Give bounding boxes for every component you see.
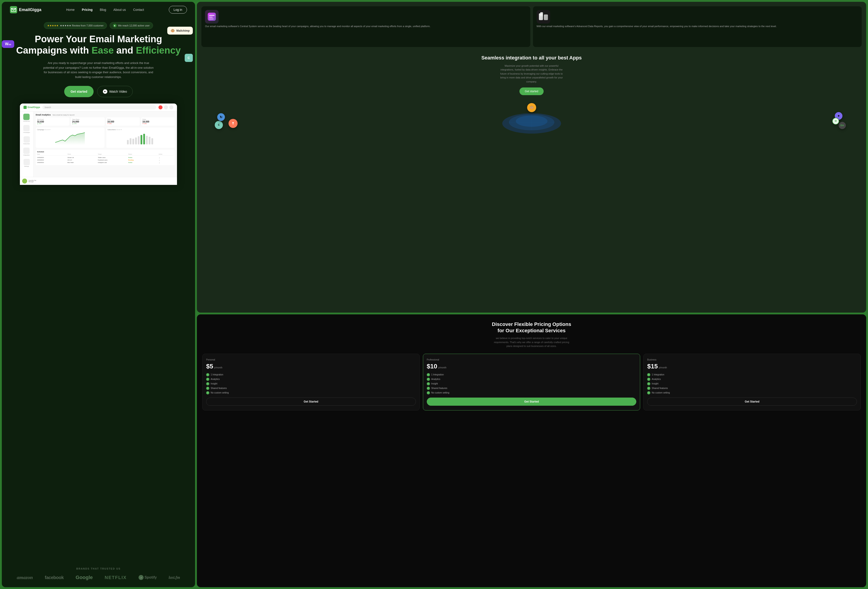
nav-blog[interactable]: Blog — [100, 8, 106, 12]
stat-clicks2-value: 18,500 — [142, 121, 173, 123]
professional-cta-button[interactable]: Get Started — [427, 397, 636, 406]
feature-label: Shared features — [652, 387, 668, 390]
col-action: Action — [159, 154, 173, 155]
mockup-search[interactable]: Search — [42, 105, 156, 109]
hero-title-line2: Campaigns with Ease and Efficiency — [16, 45, 181, 56]
mockup-logo-text: EmailGigga — [28, 106, 40, 108]
stat-clicks1-label: Clicks — [107, 119, 138, 120]
pricing-title: Discover Flexible Pricing Options for Ou… — [492, 321, 571, 334]
subscribers-label: Subscriber — [23, 143, 30, 145]
svg-rect-1 — [24, 106, 27, 109]
check-icon: ✓ — [647, 382, 650, 385]
feature-label: Insight — [652, 382, 658, 385]
personal-cta-button[interactable]: Get Started — [206, 397, 416, 406]
hero-efficiency: Efficiency — [136, 45, 181, 56]
nav-about[interactable]: About us — [114, 8, 126, 12]
feature-analytics-personal: ✓ Analytics — [206, 378, 416, 381]
feature-label: Insight — [431, 382, 438, 385]
hero-and: and — [114, 45, 136, 56]
stat-sent-label: Sent Email — [37, 119, 68, 120]
stat-sent-change: ▲ 40% — [37, 123, 68, 124]
cell-status-1: Pending — [128, 159, 158, 161]
cell-target-1: Facebook users — [98, 159, 127, 161]
mailchimp-icon: 🐵 — [170, 28, 175, 33]
review-text: ★★★★★ Review from 7,000 customer — [60, 24, 103, 27]
cell-action-1[interactable]: ⋮ — [159, 159, 173, 161]
watch-video-button[interactable]: ▶ Watch Video — [97, 86, 133, 97]
nav-contact[interactable]: Contact — [133, 8, 144, 12]
nav-home[interactable]: Home — [66, 8, 75, 12]
mockup-table: Schedule Date Client Target Status Actio… — [36, 150, 175, 165]
feature-label: 1 Integration — [652, 373, 664, 376]
cell-action-0[interactable]: ⋮ — [159, 157, 173, 158]
svg-point-28 — [232, 122, 234, 123]
analytics-title-text: Email Analytics — [36, 114, 51, 116]
feature-icon-1 — [205, 10, 218, 24]
plan-price-period-business: p/month — [659, 366, 667, 369]
mockup-logo: EmailGigga — [24, 106, 40, 109]
svg-rect-11 — [151, 138, 153, 145]
svg-rect-14 — [209, 15, 214, 16]
sidebar-integrations[interactable]: Integration — [23, 148, 30, 156]
dashboard-label: Dashboard — [23, 121, 30, 122]
watch-video-label: Watch Video — [109, 90, 127, 93]
business-cta-button[interactable]: Get Started — [647, 397, 857, 406]
hubspot-svg — [231, 121, 235, 125]
integration-cta-button[interactable]: Get started — [520, 87, 544, 95]
redo-icon: ↻ — [217, 113, 225, 121]
stat-open-change: ▲ 14% — [72, 123, 103, 124]
settings-label: Settings — [24, 166, 29, 167]
check-icon: ✓ — [427, 378, 430, 381]
check-icon: ✓ — [647, 387, 650, 390]
feature-cards: Our email marketing software's Central S… — [201, 6, 862, 47]
table-header: Date Client Target Status Action — [37, 154, 173, 156]
mailchimp-badge: 🐵 Mailchimp — [167, 27, 193, 35]
svg-rect-2 — [127, 140, 128, 145]
campaigns-icon — [23, 125, 30, 131]
feature-label: 1 Integration — [211, 373, 223, 376]
apps-globe: 🐵 C ✦ ↻ Em — [206, 100, 857, 136]
schedule-title: Schedule — [37, 151, 173, 152]
hero-subtitle: Are you ready to supercharge your email … — [42, 61, 155, 80]
user-info: Ayomide Joy Manager — [28, 180, 36, 182]
login-button[interactable]: Log in — [169, 6, 187, 13]
sidebar-dashboard[interactable]: Dashboard — [23, 114, 30, 122]
get-started-button[interactable]: Get started — [64, 86, 94, 97]
cell-action-2[interactable]: ⋮ — [159, 162, 173, 164]
feature-card-2-text: With our email marketing software's Adva… — [537, 24, 858, 28]
feature-shared-personal: ✓ Shared features — [206, 387, 416, 390]
check-icon: ✓ — [206, 373, 209, 376]
cell-status-2: Active — [128, 162, 158, 164]
hero-title: Power Your Email Marketing Campaigns wit… — [15, 34, 182, 56]
bar-chart-svg — [108, 131, 174, 145]
pricing-title-line1: Discover Flexible Pricing Options — [492, 322, 571, 327]
canva-label: C — [187, 56, 190, 60]
subscribers-chart: Subscribers Month▼ — [106, 127, 175, 148]
table-row: 14/09/2023 Biss Hotel Instagram user Act… — [37, 161, 173, 164]
feature-card-1-text: Our email marketing software's Central S… — [205, 24, 527, 28]
nav-pricing[interactable]: Pricing — [82, 8, 93, 12]
mockup-icons — [158, 105, 173, 109]
mockup-body: Dashboard Campaigns Subscriber Integrati… — [20, 111, 177, 177]
play-button-icon: ▶ — [103, 89, 107, 94]
plan-type-business: Business — [647, 359, 857, 361]
spotify-text: Spotify — [145, 576, 156, 580]
sidebar-subscribers[interactable]: Subscriber — [23, 136, 30, 145]
cell-date-0: 14/09/2023 — [37, 157, 66, 158]
campaigns-label: Campaigns — [23, 132, 30, 133]
mailchimp-app-icon: 🐵 — [527, 103, 536, 112]
sidebar-settings[interactable]: Settings — [24, 159, 30, 167]
feature-custom-personal: ✓ No custom setting — [206, 391, 416, 394]
sidebar-campaigns[interactable]: Campaigns — [23, 125, 30, 133]
integrations-label: Integration — [23, 154, 30, 156]
analytics-title: Email Analytics New email list ready for… — [36, 114, 175, 116]
stat-clicks2-label: Clicks — [142, 119, 173, 120]
brand-amazon: amazon — [17, 574, 33, 580]
brands-title: BRANDS THAT TRUSTED US — [11, 567, 186, 570]
brands-logos: amazon facebook Google NETFLIX ♪ Spotify… — [11, 574, 186, 580]
feature-card-1: Our email marketing software's Central S… — [201, 6, 530, 47]
plan-features-personal: ✓ 1 Integration ✓ Analytics ✓ Insight ✓ … — [206, 373, 416, 394]
cell-client-1: AA LLC — [67, 159, 97, 161]
feature-integration-personal: ✓ 1 Integration — [206, 373, 416, 376]
feature-label: Analytics — [652, 378, 661, 380]
